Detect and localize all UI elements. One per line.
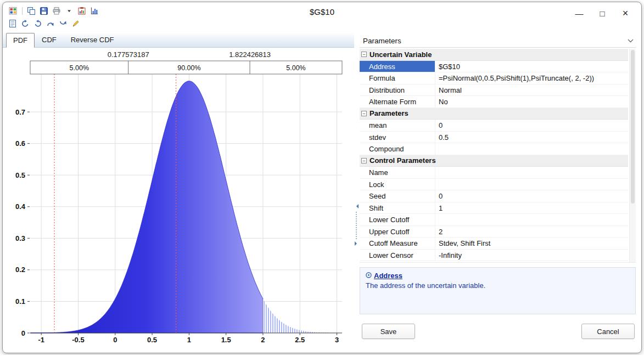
property-row-upper-cutoff[interactable]: Upper Cutoff2: [360, 226, 628, 238]
report-icon[interactable]: [8, 19, 18, 29]
window-title: $G$10: [3, 7, 641, 16]
property-label: Lock: [360, 179, 435, 190]
grid-scrollbar[interactable]: [629, 49, 636, 262]
property-value[interactable]: [435, 214, 628, 225]
property-row-shift[interactable]: Shift1: [360, 202, 628, 214]
tab-reverse-cdf[interactable]: Reverse CDF: [64, 32, 121, 47]
property-label: Lower Censor: [360, 250, 435, 261]
rotate-right-icon[interactable]: [33, 19, 43, 29]
svg-text:0.7: 0.7: [15, 108, 25, 116]
property-row-stdev[interactable]: stdev0.5: [360, 132, 628, 144]
property-label: Address: [360, 61, 435, 72]
property-label: Distribution: [360, 84, 435, 96]
property-value[interactable]: Normal: [435, 84, 628, 96]
chevron-down-icon[interactable]: [628, 39, 634, 43]
svg-text:0.5: 0.5: [147, 336, 157, 344]
property-value[interactable]: -Infinity: [435, 250, 628, 261]
group-row-uncertain-variable[interactable]: −Uncertain Variable: [360, 49, 628, 61]
splitter-collapse-icon[interactable]: [354, 204, 359, 208]
property-value[interactable]: 1: [435, 202, 628, 214]
property-row-mean[interactable]: mean0: [360, 120, 628, 132]
panel-splitter[interactable]: [354, 33, 359, 353]
help-link[interactable]: Address: [374, 272, 402, 280]
property-value[interactable]: 2: [435, 226, 628, 238]
tab-strip: PDFCDFReverse CDF: [3, 33, 354, 48]
maximize-button[interactable]: □: [591, 5, 614, 21]
svg-text:-0.5: -0.5: [72, 336, 84, 344]
svg-text:90.00%: 90.00%: [177, 64, 200, 72]
svg-text:1.5: 1.5: [221, 336, 231, 344]
property-row-formula[interactable]: Formula=PsiNormal(0,0.5,PsiShift(1),PsiT…: [360, 72, 628, 84]
property-row-compound[interactable]: Compound: [360, 143, 628, 155]
svg-text:-1: -1: [38, 336, 44, 344]
buttons-row: Save Cancel: [360, 314, 636, 339]
grid-scrollbar-thumb[interactable]: [631, 50, 635, 204]
parameters-panel: Parameters −Uncertain VariableAddress$G$…: [359, 33, 641, 353]
property-value[interactable]: $G$10: [435, 61, 628, 72]
property-row-lower-cutoff[interactable]: Lower Cutoff: [360, 214, 628, 226]
property-value[interactable]: 0.5: [435, 132, 628, 143]
cancel-button[interactable]: Cancel: [581, 324, 635, 339]
close-button[interactable]: ×: [614, 5, 637, 21]
property-label: Lower Cutoff: [360, 214, 435, 225]
collapse-icon[interactable]: −: [361, 111, 367, 116]
property-label: Alternate Form: [360, 96, 435, 108]
group-label: Parameters: [369, 109, 408, 117]
help-icon: [366, 272, 372, 278]
help-panel: Address The address of the uncertain var…: [360, 267, 636, 314]
svg-text:5.00%: 5.00%: [286, 64, 305, 72]
property-label: Shift: [360, 202, 435, 214]
svg-text:0.5: 0.5: [15, 171, 25, 179]
property-row-lock[interactable]: Lock: [360, 179, 628, 191]
property-row-lower-censor[interactable]: Lower Censor-Infinity: [360, 250, 628, 262]
property-value[interactable]: [435, 143, 628, 155]
chart-area: 5.00%90.00%5.00%0.1775731871.822426813-1…: [6, 50, 353, 351]
property-label: mean: [360, 120, 435, 131]
rotate-left-icon[interactable]: [20, 19, 30, 29]
property-label: Cutoff Measure: [360, 238, 435, 249]
property-value[interactable]: [435, 179, 628, 190]
collapse-icon[interactable]: −: [361, 52, 367, 57]
property-value[interactable]: =PsiNormal(0,0.5,PsiShift(1),PsiTruncate…: [435, 72, 628, 84]
dialog-content: PDFCDFReverse CDF 5.00%90.00%5.00%0.1775…: [3, 33, 641, 353]
params-header[interactable]: Parameters: [360, 34, 636, 48]
svg-text:2: 2: [261, 336, 265, 344]
property-row-name[interactable]: Name: [360, 167, 628, 179]
params-header-label: Parameters: [363, 37, 401, 45]
property-row-cutoff-measure[interactable]: Cutoff MeasureStdev, Shift First: [360, 238, 628, 250]
property-label: Name: [360, 167, 435, 178]
property-label: Seed: [360, 190, 435, 202]
property-row-distribution[interactable]: DistributionNormal: [360, 84, 628, 97]
svg-text:2.5: 2.5: [295, 336, 305, 344]
svg-text:1: 1: [187, 336, 191, 344]
splitter-expand-icon[interactable]: [355, 241, 359, 246]
distribution-chart[interactable]: 5.00%90.00%5.00%0.1775731871.822426813-1…: [6, 50, 351, 347]
property-row-address[interactable]: Address$G$10: [360, 61, 628, 73]
property-label: Upper Cutoff: [360, 226, 435, 238]
svg-text:0.3: 0.3: [15, 234, 25, 242]
property-value[interactable]: [435, 167, 628, 178]
tab-cdf[interactable]: CDF: [35, 32, 64, 47]
property-label: stdev: [360, 132, 435, 143]
group-row-parameters[interactable]: −Parameters: [360, 108, 628, 120]
property-value[interactable]: 0: [435, 120, 628, 131]
minimize-button[interactable]: —: [568, 5, 591, 21]
property-value[interactable]: 0: [435, 190, 628, 202]
property-label: Formula: [360, 72, 435, 84]
group-label: Uncertain Variable: [369, 50, 432, 59]
svg-text:5.00%: 5.00%: [70, 64, 89, 72]
save-button[interactable]: Save: [362, 324, 415, 339]
svg-text:0.177573187: 0.177573187: [108, 50, 149, 59]
property-row-alternate-form[interactable]: Alternate FormNo: [360, 96, 628, 108]
splitter-grip: [356, 212, 357, 239]
collapse-icon[interactable]: −: [361, 158, 367, 163]
rotate-down-icon[interactable]: [58, 19, 68, 29]
group-row-control-parameters[interactable]: −Control Parameters: [360, 155, 628, 167]
property-value[interactable]: Stdev, Shift First: [435, 238, 628, 249]
edit-icon[interactable]: [71, 19, 81, 29]
property-value[interactable]: No: [435, 96, 628, 108]
tab-pdf[interactable]: PDF: [6, 33, 35, 48]
rotate-up-icon[interactable]: [46, 19, 55, 29]
window-controls: —□×: [568, 5, 637, 21]
property-row-seed[interactable]: Seed0: [360, 190, 628, 202]
